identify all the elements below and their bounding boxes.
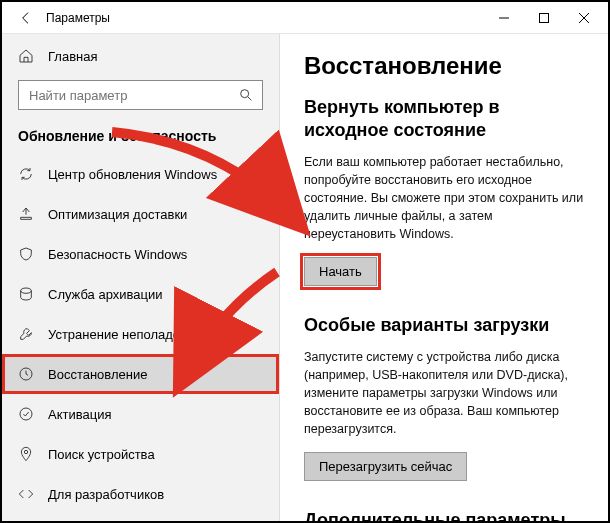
sidebar-item-label: Активация	[48, 407, 111, 422]
svg-line-5	[248, 97, 251, 100]
maximize-button[interactable]	[524, 2, 564, 34]
sidebar-item-activation[interactable]: Активация	[2, 394, 279, 434]
sidebar-item-backup[interactable]: Служба архивации	[2, 274, 279, 314]
sidebar-home-label: Главная	[48, 49, 97, 64]
sidebar-item-troubleshoot[interactable]: Устранение неполадок	[2, 314, 279, 354]
restart-now-button[interactable]: Перезагрузить сейчас	[304, 452, 467, 481]
more-heading: Дополнительные параметры восстановления	[304, 509, 584, 521]
home-icon	[18, 48, 34, 64]
sidebar-item-security[interactable]: Безопасность Windows	[2, 234, 279, 274]
sidebar-item-label: Центр обновления Windows	[48, 167, 217, 182]
sidebar-item-label: Безопасность Windows	[48, 247, 187, 262]
page-title: Восстановление	[304, 52, 584, 80]
sidebar-item-windows-update[interactable]: Центр обновления Windows	[2, 154, 279, 194]
sidebar-item-developers[interactable]: Для разработчиков	[2, 474, 279, 514]
section-more-options: Дополнительные параметры восстановления	[304, 509, 584, 521]
sidebar-item-label: Устранение неполадок	[48, 327, 186, 342]
reset-body: Если ваш компьютер работает нестабильно,…	[304, 153, 584, 244]
minimize-button[interactable]	[484, 2, 524, 34]
advanced-body: Запустите систему с устройства либо диск…	[304, 348, 584, 439]
svg-point-8	[24, 450, 27, 453]
reset-button[interactable]: Начать	[304, 257, 377, 286]
window-title: Параметры	[38, 11, 484, 25]
recovery-icon	[18, 366, 34, 382]
wrench-icon	[18, 326, 34, 342]
sidebar: Главная Обновление и безопасность Центр …	[2, 34, 280, 521]
reset-heading: Вернуть компьютер в исходное состояние	[304, 96, 584, 143]
svg-point-7	[20, 408, 32, 420]
backup-icon	[18, 286, 34, 302]
sidebar-item-delivery[interactable]: Оптимизация доставки	[2, 194, 279, 234]
sidebar-item-find-device[interactable]: Поиск устройства	[2, 434, 279, 474]
location-icon	[18, 446, 34, 462]
sidebar-section-header: Обновление и безопасность	[2, 122, 279, 154]
svg-point-4	[241, 90, 249, 98]
advanced-heading: Особые варианты загрузки	[304, 314, 584, 337]
shield-icon	[18, 246, 34, 262]
search-input-wrapper[interactable]	[18, 80, 263, 110]
sidebar-item-home[interactable]: Главная	[2, 42, 279, 70]
svg-rect-1	[540, 13, 549, 22]
code-icon	[18, 486, 34, 502]
sidebar-item-label: Служба архивации	[48, 287, 163, 302]
sidebar-item-label: Восстановление	[48, 367, 147, 382]
sidebar-item-recovery[interactable]: Восстановление	[2, 354, 279, 394]
search-icon	[238, 87, 254, 103]
search-input[interactable]	[27, 87, 238, 104]
sidebar-item-label: Поиск устройства	[48, 447, 155, 462]
sidebar-item-label: Для разработчиков	[48, 487, 164, 502]
activation-icon	[18, 406, 34, 422]
sync-icon	[18, 166, 34, 182]
titlebar: Параметры	[2, 2, 608, 34]
delivery-icon	[18, 206, 34, 222]
section-reset: Вернуть компьютер в исходное состояние Е…	[304, 96, 584, 286]
content-pane: Восстановление Вернуть компьютер в исход…	[280, 34, 608, 521]
close-button[interactable]	[564, 2, 604, 34]
section-advanced-startup: Особые варианты загрузки Запустите систе…	[304, 314, 584, 481]
back-button[interactable]	[14, 10, 38, 26]
sidebar-item-label: Оптимизация доставки	[48, 207, 187, 222]
